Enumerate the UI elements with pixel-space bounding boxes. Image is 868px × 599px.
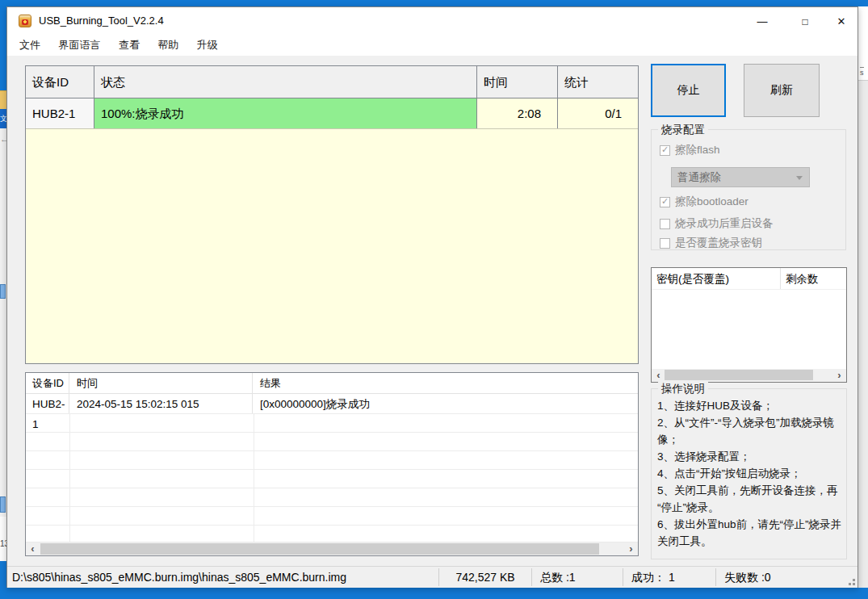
column-header-result[interactable]: 结果 — [253, 373, 638, 393]
log-result-cell: [0x00000000]烧录成功 — [253, 394, 638, 413]
erase-flash-checkbox[interactable] — [660, 145, 670, 156]
column-header-status[interactable]: 状态 — [94, 66, 477, 98]
erase-bootloader-option[interactable]: 擦除bootloader — [660, 195, 748, 209]
device-id-cell: HUB2-1 — [26, 98, 94, 128]
menu-item-view[interactable]: 查看 — [111, 35, 147, 55]
table-row[interactable]: HUB2-1 100%:烧录成功 2:08 0/1 — [26, 98, 638, 129]
scroll-right-icon[interactable]: › — [832, 369, 846, 382]
instructions-group: 操作说明 1、连接好HUB及设备； 2、从“文件”-“导入烧录包”加载烧录镜像；… — [651, 388, 847, 559]
log-table-row[interactable]: HUB2-1 2024-05-15 15:02:15 015 [0x000000… — [26, 394, 638, 414]
reboot-after-checkbox[interactable] — [660, 219, 670, 229]
stop-button[interactable]: 停止 — [651, 64, 726, 117]
menu-bar: 文件 界面语言 查看 帮助 升级 — [7, 35, 858, 56]
overwrite-key-checkbox[interactable] — [660, 238, 670, 249]
title-bar: USB_Burning_Tool_V2.2.4 — □ ✕ — [7, 7, 858, 35]
scroll-left-icon[interactable]: ‹ — [26, 542, 40, 555]
chevron-down-icon — [796, 176, 803, 180]
erase-mode-value: 普通擦除 — [677, 171, 721, 183]
column-header-device-id[interactable]: 设备ID — [26, 66, 94, 98]
log-table: 设备ID 时间 结果 HUB2-1 2024-05-15 15:02:15 01… — [25, 372, 639, 556]
scroll-right-icon[interactable]: › — [624, 542, 638, 555]
horizontal-scrollbar[interactable]: ‹ › — [652, 369, 846, 382]
status-bar: D:\s805\hinas_s805_eMMC.burn.img\hinas_s… — [7, 566, 858, 588]
minimize-button[interactable]: — — [748, 12, 776, 31]
column-header-stat[interactable]: 统计 — [558, 66, 638, 98]
column-header-key[interactable]: 密钥(是否覆盖) — [652, 268, 781, 289]
instruction-line: 1、连接好HUB及设备； — [657, 397, 843, 414]
overwrite-key-label: 是否覆盖烧录密钥 — [675, 236, 762, 250]
instruction-line: 2、从“文件”-“导入烧录包”加载烧录镜像； — [657, 414, 843, 448]
maximize-button[interactable]: □ — [791, 12, 819, 31]
key-table-header: 密钥(是否覆盖) 剩余数 — [652, 268, 846, 290]
erase-flash-option[interactable]: 擦除flash — [660, 143, 720, 157]
app-icon — [19, 15, 31, 27]
instruction-line: 3、选择烧录配置； — [657, 448, 843, 465]
close-button[interactable]: ✕ — [828, 12, 855, 31]
instructions-text: 1、连接好HUB及设备； 2、从“文件”-“导入烧录包”加载烧录镜像； 3、选择… — [657, 397, 843, 550]
window-title: USB_Burning_Tool_V2.2.4 — [39, 7, 164, 35]
log-table-header: 设备ID 时间 结果 — [26, 373, 638, 394]
overwrite-key-option[interactable]: 是否覆盖烧录密钥 — [660, 236, 762, 250]
grid-line — [69, 414, 70, 543]
key-table: 密钥(是否覆盖) 剩余数 ‹ › — [651, 267, 847, 383]
app-window: USB_Burning_Tool_V2.2.4 — □ ✕ 文件 界面语言 查看… — [6, 6, 858, 588]
computer-icon — [0, 496, 6, 513]
fragment-text: s — [860, 67, 864, 77]
log-time-cell: 2024-05-15 15:02:15 015 — [69, 394, 253, 413]
reboot-after-option[interactable]: 烧录成功后重启设备 — [660, 216, 774, 231]
file-path-text: D:\s805\hinas_s805_eMMC.burn.img\hinas_s… — [7, 567, 438, 588]
column-header-remaining[interactable]: 剩余数 — [781, 268, 846, 289]
instruction-line: 4、点击“开始”按钮启动烧录； — [657, 465, 843, 482]
menu-item-file[interactable]: 文件 — [12, 35, 48, 55]
log-device-id-cell: HUB2-1 — [26, 394, 69, 413]
burn-config-group: 烧录配置 擦除flash 普通擦除 擦除bootloader 烧录成功后重启设备… — [651, 129, 846, 250]
burn-config-title: 烧录配置 — [658, 123, 708, 136]
instruction-line: 5、关闭工具前，先断开设备连接，再“停止”烧录。 — [657, 482, 843, 516]
scrollbar-thumb[interactable] — [665, 370, 813, 380]
scroll-left-icon[interactable]: ‹ — [652, 369, 665, 382]
device-table: 设备ID 状态 时间 统计 HUB2-1 100%:烧录成功 2:08 0/1 — [25, 65, 639, 364]
background-window-strip — [0, 128, 6, 517]
column-header-time[interactable]: 时间 — [477, 66, 558, 98]
reboot-after-label: 烧录成功后重启设备 — [675, 216, 774, 231]
total-count-text: 总数 :1 — [532, 567, 623, 588]
menu-item-help[interactable]: 帮助 — [150, 35, 186, 55]
background-window-strip — [858, 6, 868, 588]
failed-count-text: 失败数 :0 — [716, 567, 858, 588]
time-cell: 2:08 — [477, 98, 558, 128]
grid-line — [254, 414, 254, 543]
menu-item-language[interactable]: 界面语言 — [51, 35, 107, 55]
success-count-text: 成功： 1 — [623, 567, 715, 588]
status-progress-cell: 100%:烧录成功 — [94, 98, 477, 128]
computer-icon — [0, 284, 6, 299]
menu-item-upgrade[interactable]: 升级 — [190, 35, 225, 55]
language-badge-icon: 文 — [0, 109, 6, 128]
instruction-line: 6、拔出外置hub前，请先“停止”烧录并关闭工具。 — [657, 516, 843, 550]
file-size-text: 742,527 KB — [439, 567, 531, 588]
erase-mode-select[interactable]: 普通擦除 — [671, 167, 810, 187]
column-header-device-id[interactable]: 设备ID — [26, 373, 69, 393]
column-header-time[interactable]: 时间 — [69, 373, 253, 393]
instructions-title: 操作说明 — [658, 382, 708, 396]
scrollbar-thumb[interactable] — [40, 543, 599, 555]
log-table-empty-rows — [26, 414, 638, 543]
erase-bootloader-label: 擦除bootloader — [675, 195, 748, 209]
refresh-button[interactable]: 刷新 — [744, 64, 820, 117]
erase-flash-label: 擦除flash — [675, 143, 720, 157]
horizontal-scrollbar[interactable]: ‹ › — [26, 542, 638, 555]
stat-cell: 0/1 — [558, 98, 638, 128]
background-window-fragment: s — [858, 6, 868, 81]
folder-icon — [0, 90, 6, 109]
resize-grip[interactable] — [853, 583, 855, 585]
background-window-fragment: 13 — [0, 517, 6, 561]
erase-bootloader-checkbox[interactable] — [660, 197, 670, 207]
back-arrow-icon: ← — [0, 132, 6, 146]
device-table-header: 设备ID 状态 时间 统计 — [26, 66, 638, 98]
